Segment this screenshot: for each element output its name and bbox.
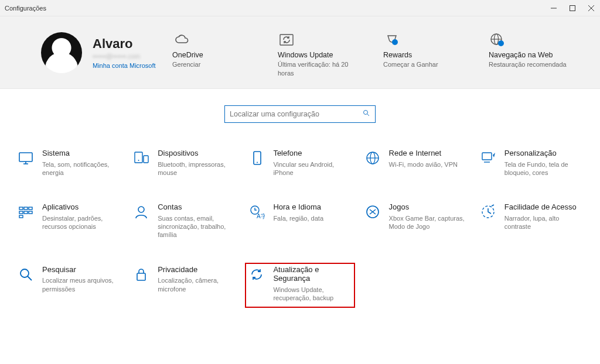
tile-sub: Última verificação: há 20 horas: [278, 60, 360, 77]
category-sub: Tela, som, notificações, energia: [42, 160, 120, 177]
category-sub: Desinstalar, padrões, recursos opcionais: [42, 214, 120, 231]
categories-grid: SistemaTela, som, notificações, energiaD…: [14, 146, 586, 308]
category-title: Atualização e Segurança: [273, 265, 351, 283]
category-title: Facilidade de Acesso: [504, 202, 582, 212]
header-tile-onedrive[interactable]: OneDriveGerenciar: [172, 28, 254, 77]
category-title: Personalização: [504, 149, 582, 158]
pesquisar-icon: [16, 265, 35, 284]
aplicativos-icon: [16, 202, 35, 221]
category-jogos[interactable]: JogosXbox Game Bar, capturas, Modo de Jo…: [361, 200, 471, 245]
tile-label: Windows Update: [278, 51, 360, 59]
tile-label: Rewards: [383, 51, 465, 59]
contas-icon: [132, 202, 151, 221]
tile-sub: Gerenciar: [172, 60, 254, 68]
header-tile-browsing[interactable]: Navegação na WebRestauração recomendada: [489, 28, 571, 77]
window-titlebar: Configurações: [0, 0, 600, 16]
category-title: Privacidade: [158, 265, 236, 274]
category-acesso[interactable]: Facilidade de AcessoNarrador, lupa, alto…: [476, 200, 586, 245]
tile-label: OneDrive: [172, 51, 254, 59]
search-input[interactable]: [230, 110, 362, 118]
update-icon: [278, 28, 360, 47]
privacidade-icon: [132, 265, 151, 284]
category-sub: Narrador, lupa, alto contraste: [504, 214, 582, 231]
category-sub: Tela de Fundo, tela de bloqueio, cores: [504, 160, 582, 177]
category-sistema[interactable]: SistemaTela, som, notificações, energia: [14, 146, 124, 183]
search-box[interactable]: [224, 105, 376, 123]
category-personalizacao[interactable]: PersonalizaçãoTela de Fundo, tela de blo…: [476, 146, 586, 183]
header-tile-rewards[interactable]: RewardsComeçar a Ganhar: [383, 28, 465, 77]
close-button[interactable]: [587, 4, 595, 12]
tile-label: Navegação na Web: [489, 51, 571, 59]
category-title: Rede e Internet: [389, 149, 458, 158]
category-title: Aplicativos: [42, 202, 120, 212]
category-rede[interactable]: Rede e InternetWi-Fi, modo avião, VPN: [361, 146, 471, 183]
minimize-button[interactable]: [550, 4, 558, 12]
avatar[interactable]: [41, 32, 82, 73]
category-telefone[interactable]: TelefoneVincular seu Android, iPhone: [245, 146, 354, 183]
tile-sub: Começar a Ganhar: [383, 60, 465, 68]
category-sub: Wi-Fi, modo avião, VPN: [389, 160, 458, 169]
acesso-icon: [479, 202, 497, 221]
header-tile-update[interactable]: Windows UpdateÚltima verificação: há 20 …: [278, 28, 360, 77]
category-dispositivos[interactable]: DispositivosBluetooth, impressoras, mous…: [129, 146, 239, 183]
sistema-icon: [16, 149, 35, 167]
account-block: Alvaro ••••••@••••••.com Minha conta Mic…: [41, 32, 172, 73]
category-title: Jogos: [389, 202, 467, 212]
category-sub: Localizar meus arquivos, permissões: [42, 276, 120, 293]
rewards-icon: [383, 28, 465, 47]
category-sub: Windows Update, recuperação, backup: [273, 286, 351, 303]
account-link[interactable]: Minha conta Microsoft: [93, 62, 156, 69]
dispositivos-icon: [132, 149, 151, 167]
category-title: Pesquisar: [42, 265, 120, 274]
header-tiles: OneDriveGerenciarWindows UpdateÚltima ve…: [172, 28, 571, 77]
category-sub: Localização, câmera, microfone: [158, 276, 236, 293]
hora-icon: [247, 202, 266, 221]
category-privacidade[interactable]: PrivacidadeLocalização, câmera, microfon…: [129, 263, 239, 308]
onedrive-icon: [172, 28, 254, 47]
category-sub: Fala, região, data: [273, 214, 323, 222]
category-sub: Vincular seu Android, iPhone: [273, 160, 351, 177]
category-title: Hora e Idioma: [273, 202, 323, 212]
category-title: Dispositivos: [158, 149, 236, 158]
category-aplicativos[interactable]: AplicativosDesinstalar, padrões, recurso…: [14, 200, 124, 245]
tile-sub: Restauração recomendada: [489, 60, 571, 68]
category-hora[interactable]: Hora e IdiomaFala, região, data: [245, 200, 354, 245]
category-title: Telefone: [273, 149, 351, 158]
telefone-icon: [247, 149, 266, 167]
category-atualizacao[interactable]: Atualização e SegurançaWindows Update, r…: [245, 263, 354, 308]
maximize-button[interactable]: [568, 4, 577, 12]
category-title: Contas: [158, 202, 236, 212]
category-pesquisar[interactable]: PesquisarLocalizar meus arquivos, permis…: [14, 263, 124, 308]
browsing-icon: [489, 28, 571, 47]
personalizacao-icon: [479, 149, 497, 167]
category-contas[interactable]: ContasSuas contas, email, sincronização,…: [129, 200, 239, 245]
category-sub: Bluetooth, impressoras, mouse: [158, 160, 236, 177]
category-sub: Suas contas, email, sincronização, traba…: [158, 214, 236, 239]
rede-icon: [363, 149, 382, 167]
search-icon: [362, 109, 370, 119]
atualizacao-icon: [247, 265, 266, 284]
account-email: ••••••@••••••.com: [93, 53, 156, 60]
header-band: Alvaro ••••••@••••••.com Minha conta Mic…: [0, 16, 600, 89]
window-title: Configurações: [5, 5, 550, 12]
jogos-icon: [363, 202, 382, 221]
account-name: Alvaro: [93, 36, 156, 51]
category-title: Sistema: [42, 149, 120, 158]
svg-rect-35: [570, 5, 575, 11]
category-sub: Xbox Game Bar, capturas, Modo de Jogo: [389, 214, 467, 231]
